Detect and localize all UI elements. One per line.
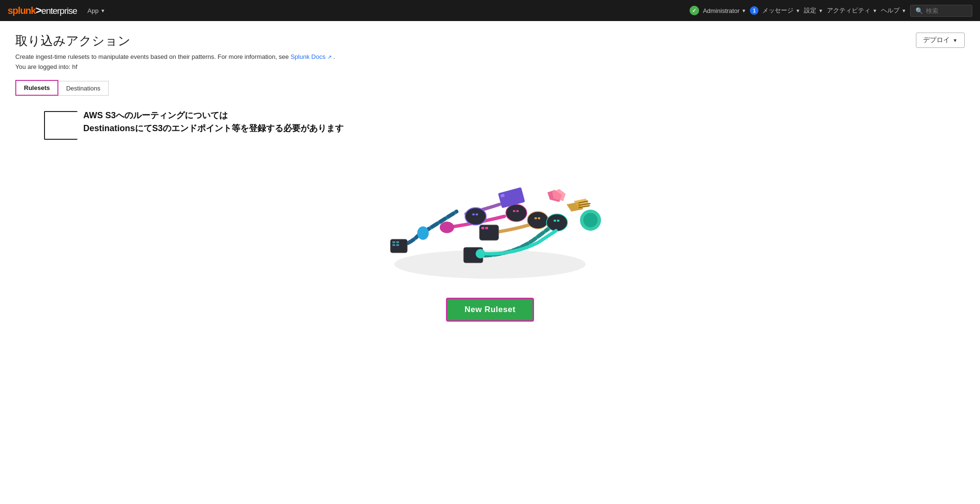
bottom-button-area: New Ruleset — [15, 298, 965, 341]
svg-point-10 — [417, 226, 429, 240]
pipeline-diagram — [370, 149, 610, 283]
activity-menu[interactable]: アクティビティ ▼ — [827, 6, 877, 15]
header-right: Administrator ▼ 1 メッセージ ▼ 設定 ▼ アクティビティ ▼… — [690, 5, 972, 17]
search-input[interactable] — [926, 7, 969, 14]
help-menu[interactable]: ヘルプ ▼ — [881, 6, 906, 15]
svg-rect-8 — [472, 213, 475, 215]
deploy-caret-icon: ▼ — [953, 38, 958, 43]
deploy-button[interactable]: デプロイ ▼ — [916, 33, 965, 48]
help-caret-icon: ▼ — [902, 8, 906, 13]
svg-rect-20 — [538, 217, 540, 219]
svg-rect-22 — [557, 220, 559, 222]
tabs-container: Rulesets Destinations — [15, 80, 965, 96]
svg-rect-17 — [513, 210, 515, 212]
status-indicator — [690, 6, 699, 15]
activity-caret-icon: ▼ — [872, 8, 877, 13]
search-box[interactable]: 🔍 — [910, 5, 972, 17]
settings-menu[interactable]: 設定 ▼ — [804, 6, 823, 15]
svg-point-16 — [546, 214, 568, 231]
page-title: 取り込みアクション — [15, 33, 965, 49]
svg-rect-12 — [481, 227, 484, 229]
tab-rulesets[interactable]: Rulesets — [15, 80, 58, 96]
logo-enterprise: enterprise — [41, 6, 77, 16]
docs-link[interactable]: Splunk Docs ↗ — [290, 53, 333, 60]
header-nav: App ▼ — [83, 4, 110, 17]
svg-rect-18 — [516, 210, 519, 212]
svg-point-15 — [527, 212, 548, 229]
app-caret-icon: ▼ — [100, 8, 105, 13]
search-icon: 🔍 — [915, 7, 923, 14]
logo-splunk: splunk — [8, 5, 35, 16]
administrator-menu[interactable]: Administrator ▼ — [703, 7, 746, 14]
messages-menu[interactable]: メッセージ ▼ — [762, 6, 800, 15]
svg-point-6 — [440, 222, 454, 233]
svg-rect-19 — [535, 217, 537, 219]
external-link-icon: ↗ — [327, 54, 332, 60]
app-menu[interactable]: App ▼ — [83, 4, 110, 17]
callout-bracket — [44, 111, 78, 140]
logo: splunk>enterprise — [8, 4, 77, 17]
new-ruleset-button[interactable]: New Ruleset — [446, 298, 535, 322]
message-badge: 1 — [750, 6, 758, 15]
svg-rect-2 — [392, 241, 395, 243]
page-description: Create ingest-time rulesets to manipulat… — [15, 53, 965, 60]
svg-rect-21 — [554, 220, 556, 222]
logged-in-text: You are logged into: hf — [15, 63, 965, 70]
callout-text: AWS S3へのルーティングについては DestinationsにてS3のエンド… — [83, 109, 344, 135]
logo-gt: > — [35, 4, 41, 16]
svg-point-29 — [583, 213, 598, 227]
logo-text: splunk>enterprise — [8, 4, 77, 17]
svg-rect-3 — [396, 241, 399, 243]
svg-rect-5 — [396, 244, 399, 246]
admin-caret-icon: ▼ — [741, 8, 746, 13]
callout-area: AWS S3へのルーティングについては DestinationsにてS3のエンド… — [44, 109, 965, 140]
svg-rect-9 — [476, 213, 478, 215]
diagram-area — [15, 149, 965, 283]
header: splunk>enterprise App ▼ Administrator ▼ … — [0, 0, 980, 21]
messages-caret-icon: ▼ — [795, 8, 800, 13]
svg-point-14 — [506, 204, 527, 222]
svg-point-7 — [465, 208, 486, 225]
tab-destinations[interactable]: Destinations — [58, 81, 109, 96]
main-content: デプロイ ▼ 取り込みアクション Create ingest-time rule… — [0, 21, 980, 504]
svg-rect-4 — [392, 244, 395, 246]
svg-rect-13 — [485, 227, 488, 229]
settings-caret-icon: ▼ — [818, 8, 823, 13]
